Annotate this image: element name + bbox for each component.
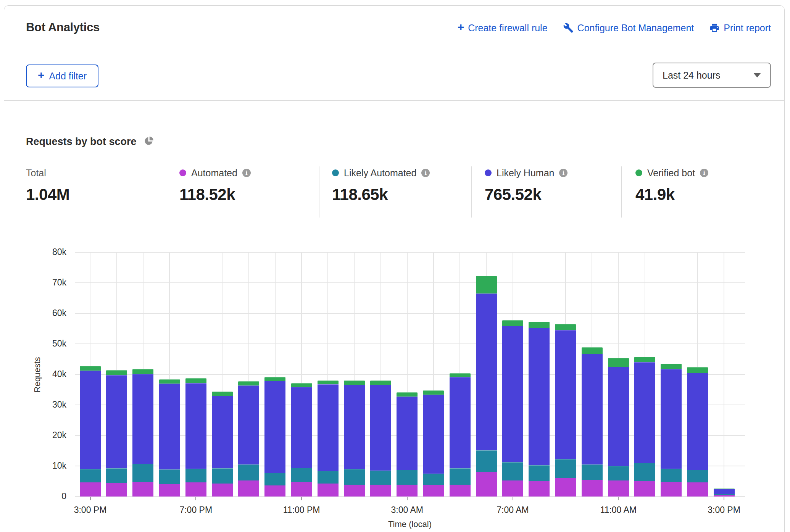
bar-segment-automated <box>634 481 655 497</box>
bar-segment-automated <box>80 482 101 497</box>
bar-segment-automated <box>608 480 629 497</box>
stat-divider <box>621 166 622 218</box>
bar-segment-likely-human <box>687 373 708 470</box>
bar-segment-likely-human <box>661 369 682 469</box>
wrench-icon <box>563 23 574 33</box>
bar-segment-likely-human <box>370 385 391 471</box>
bar-segment-verified-bot <box>264 377 285 381</box>
bar-segment-likely-automated <box>344 469 365 485</box>
chart-bar[interactable] <box>450 373 471 497</box>
create-firewall-rule-link[interactable]: + Create firewall rule <box>458 22 548 34</box>
chart-bar[interactable] <box>106 370 127 497</box>
bar-segment-automated <box>423 485 444 497</box>
chart-bar[interactable] <box>159 379 180 497</box>
chart-bar[interactable] <box>423 390 444 497</box>
stat-label: Automated <box>191 168 237 179</box>
bar-segment-verified-bot <box>582 347 603 354</box>
bar-segment-likely-automated <box>555 459 576 478</box>
chart-bar[interactable] <box>238 381 259 497</box>
chart-bar[interactable] <box>661 364 682 497</box>
chart-bar[interactable] <box>291 383 312 497</box>
info-icon[interactable]: i <box>421 169 430 177</box>
bar-segment-likely-human <box>608 367 629 466</box>
y-axis-tick-label: 20k <box>32 430 66 440</box>
y-axis-tick-label: 50k <box>32 339 66 349</box>
bar-segment-verified-bot <box>291 383 312 387</box>
bar-segment-automated <box>238 480 259 497</box>
stat-divider <box>168 166 168 218</box>
chevron-down-icon <box>753 73 761 77</box>
chart-bar[interactable] <box>370 380 391 497</box>
bar-segment-likely-automated <box>502 462 523 480</box>
bar-segment-likely-human <box>529 328 550 465</box>
bar-segment-likely-human <box>476 293 497 450</box>
bar-segment-automated <box>555 478 576 497</box>
chart-bar[interactable] <box>529 322 550 497</box>
chart-bar[interactable] <box>132 369 153 497</box>
info-icon[interactable]: i <box>242 169 251 177</box>
x-axis-tick <box>407 497 408 500</box>
bar-segment-likely-automated <box>450 468 471 484</box>
chart-bar[interactable] <box>212 392 233 497</box>
section-title: Requests by bot score <box>26 136 137 148</box>
chart-bar[interactable] <box>318 380 339 497</box>
legend-dot <box>635 169 642 176</box>
pie-chart-icon <box>143 136 154 148</box>
bar-segment-verified-bot <box>450 373 471 377</box>
bar-segment-likely-automated <box>608 466 629 480</box>
bar-segment-likely-automated <box>106 468 127 483</box>
page-title: Bot Analytics <box>26 21 100 34</box>
bar-segment-verified-bot <box>661 364 682 369</box>
chart-bar[interactable] <box>634 357 655 497</box>
chart-bar[interactable] <box>555 324 576 497</box>
chart-bar[interactable] <box>397 392 418 497</box>
bar-segment-verified-bot <box>502 320 523 326</box>
bar-segment-likely-automated <box>212 468 233 484</box>
bar-segment-likely-automated <box>238 464 259 480</box>
x-axis-tick <box>513 497 513 500</box>
stat-label-row: Automatedi <box>179 167 251 179</box>
bar-segment-verified-bot <box>608 358 629 367</box>
bar-segment-automated <box>132 482 153 497</box>
bar-segment-verified-bot <box>80 366 101 371</box>
bar-segment-likely-automated <box>264 473 285 485</box>
printer-icon <box>709 23 720 33</box>
chart-bar[interactable] <box>476 276 497 497</box>
info-icon[interactable]: i <box>700 169 708 177</box>
chart-bar[interactable] <box>687 367 708 497</box>
bar-segment-likely-human <box>185 383 206 469</box>
stat-automated: Automatedi118.52k <box>179 167 251 204</box>
chart-bar[interactable] <box>344 380 365 497</box>
chart-bar[interactable] <box>264 377 285 497</box>
chart-bar[interactable] <box>582 347 603 497</box>
bar-segment-automated <box>687 482 708 497</box>
info-icon[interactable]: i <box>559 169 568 177</box>
x-axis-tick-label: 7:00 AM <box>479 505 547 515</box>
stat-value: 1.04M <box>26 185 69 204</box>
bar-segment-likely-automated <box>185 469 206 482</box>
bar-segment-automated <box>106 483 127 497</box>
x-axis-tick <box>301 497 302 500</box>
bar-segment-automated <box>714 495 735 497</box>
chart-bar[interactable] <box>714 488 735 497</box>
chart-bar[interactable] <box>185 378 206 497</box>
x-axis-tick-label: 11:00 AM <box>584 505 653 515</box>
stat-divider <box>471 166 472 218</box>
bar-segment-verified-bot <box>397 392 418 396</box>
stat-value: 118.65k <box>332 185 430 204</box>
print-report-link[interactable]: Print report <box>709 23 771 34</box>
chart-bar[interactable] <box>502 320 523 497</box>
time-range-select[interactable]: Last 24 hours <box>653 63 771 88</box>
bar-segment-automated <box>212 484 233 497</box>
add-filter-button[interactable]: + Add filter <box>26 64 98 87</box>
stat-label-row: Likely Automatedi <box>332 167 430 179</box>
bar-segment-likely-automated <box>529 465 550 481</box>
chart-bar[interactable] <box>80 366 101 497</box>
chart-bar[interactable] <box>608 358 629 497</box>
bar-segment-automated <box>582 480 603 497</box>
bar-segment-likely-automated <box>159 469 180 484</box>
bar-segment-likely-automated <box>318 471 339 484</box>
configure-bot-management-link[interactable]: Configure Bot Management <box>563 23 694 34</box>
stat-label: Verified bot <box>647 168 695 179</box>
y-axis-tick-label: 30k <box>32 400 66 410</box>
